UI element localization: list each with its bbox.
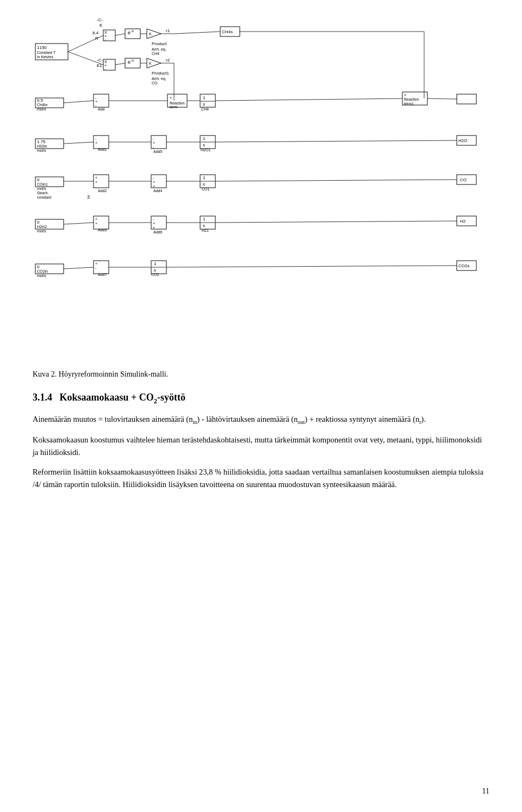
svg-text:CH4: CH4 (201, 107, 209, 111)
svg-line-73 (215, 99, 402, 101)
svg-text:Add1: Add1 (98, 147, 107, 151)
svg-text:×: × (404, 93, 406, 97)
svg-text:-: - (153, 176, 154, 180)
svg-text:1: 1 (203, 136, 206, 141)
svg-line-167 (166, 266, 457, 267)
svg-text:mol/s: mol/s (37, 274, 46, 278)
svg-text:1: 1 (203, 175, 206, 180)
svg-line-44 (115, 63, 125, 65)
svg-text:-: - (95, 103, 97, 107)
svg-text:u: u (132, 29, 134, 33)
svg-text:-: - (95, 137, 97, 140)
svg-text:0.5: 0.5 (37, 98, 44, 103)
svg-text:H20in: H20in (37, 144, 47, 148)
svg-text:1.75: 1.75 (37, 139, 46, 144)
svg-text:Stoich.: Stoich. (37, 191, 48, 195)
svg-text:H2: H2 (460, 219, 466, 224)
svg-text:Constant T: Constant T (37, 51, 56, 54)
svg-text:+: + (95, 100, 97, 103)
svg-text:term1: term1 (404, 102, 414, 106)
svg-text:Arrh. eq.: Arrh. eq. (152, 47, 166, 52)
svg-text:s: s (203, 143, 205, 147)
svg-text:0: 0 (37, 220, 40, 225)
svg-text:-: - (95, 266, 97, 270)
svg-line-125 (215, 180, 457, 181)
svg-line-149 (215, 221, 457, 223)
svg-line-40 (115, 34, 125, 35)
svg-text:0: 0 (37, 177, 40, 182)
svg-text:Add2: Add2 (98, 189, 107, 193)
svg-text:-: - (153, 217, 154, 221)
svg-text:Product1: Product1 (152, 71, 170, 76)
svg-text:E1: E1 (97, 63, 102, 68)
svg-text:+: + (153, 180, 155, 184)
svg-text:term: term (170, 105, 177, 109)
svg-text:s: s (203, 102, 205, 107)
svg-text:+: + (153, 184, 155, 188)
svg-text:H2O1: H2O1 (201, 148, 210, 152)
svg-text:E: E (100, 23, 102, 28)
svg-text:+: + (95, 217, 97, 221)
svg-text:CO: CO (152, 81, 158, 85)
svg-text:+: + (153, 226, 155, 230)
svg-text:+: + (153, 222, 155, 225)
svg-text:s: s (203, 182, 205, 187)
svg-line-38 (68, 35, 103, 52)
svg-text:-: - (153, 137, 154, 140)
svg-text:constant: constant (37, 195, 52, 199)
page-number: 11 (482, 787, 489, 796)
svg-text:K: K (149, 61, 152, 65)
svg-text:e: e (128, 30, 130, 35)
svg-line-98 (215, 140, 457, 142)
figure-caption: Kuva 2. Höyryreformoinnin Simulink-malli… (33, 370, 489, 379)
svg-text:s: s (154, 268, 156, 273)
svg-text:mol/s: mol/s (37, 229, 46, 233)
svg-text:Add6: Add6 (153, 230, 162, 234)
svg-text:r1: r1 (166, 28, 170, 33)
svg-text:in Kelvins: in Kelvins (37, 55, 53, 59)
svg-text:CO2in: CO2in (37, 269, 48, 273)
svg-line-43 (174, 32, 220, 34)
svg-text:+: + (95, 222, 97, 225)
paragraph-2: Koksaamokaasun koostumus vaihtelee hiema… (33, 434, 489, 458)
svg-text:Add3: Add3 (98, 228, 107, 232)
svg-text:Add5: Add5 (153, 150, 162, 153)
svg-text:CH4in: CH4in (37, 103, 48, 107)
svg-text:CO2: CO2 (151, 273, 159, 276)
svg-line-165 (64, 267, 94, 269)
svg-text:0: 0 (37, 264, 40, 269)
svg-text:r2: r2 (166, 58, 170, 63)
svg-text:+: + (95, 176, 97, 180)
svg-text:1: 1 (203, 217, 206, 222)
svg-text:Add: Add (98, 107, 105, 111)
paragraph-3: Reformeriin lisättiin koksaamokaasusyött… (33, 466, 489, 490)
svg-text:K: K (149, 32, 152, 36)
svg-text:-: - (95, 96, 97, 100)
svg-text:H2O: H2O (458, 138, 467, 143)
svg-text:u: u (132, 58, 134, 62)
svg-text:1150: 1150 (37, 45, 47, 50)
svg-text:mol/s: mol/s (37, 107, 46, 111)
svg-text:×: × (170, 96, 172, 100)
svg-line-74 (427, 99, 457, 99)
svg-text:H2in2: H2in2 (37, 225, 47, 229)
svg-text:Reaction: Reaction (404, 97, 419, 101)
svg-text:3: 3 (87, 194, 90, 200)
svg-text:8.4: 8.4 (92, 30, 99, 35)
svg-text:s: s (203, 223, 205, 228)
svg-rect-69 (457, 94, 476, 104)
svg-text:CH4s: CH4s (222, 29, 233, 34)
svg-text:CH4: CH4 (152, 52, 159, 56)
svg-text:X: X (104, 60, 107, 64)
svg-text:Add7: Add7 (98, 273, 107, 276)
svg-text:+: + (95, 180, 97, 184)
svg-text:COin1: COin1 (37, 182, 48, 186)
svg-text:X: X (104, 30, 107, 34)
svg-text:-C-: -C- (97, 58, 103, 63)
svg-text:Reaction: Reaction (170, 101, 185, 105)
svg-text:e: e (128, 59, 130, 65)
svg-line-70 (64, 101, 94, 103)
section-heading: 3.1.4 Koksaamokaasu + CO2-syöttö (33, 392, 489, 405)
svg-text:1: 1 (203, 95, 206, 100)
svg-text:Arrh. eq.: Arrh. eq. (152, 77, 166, 81)
